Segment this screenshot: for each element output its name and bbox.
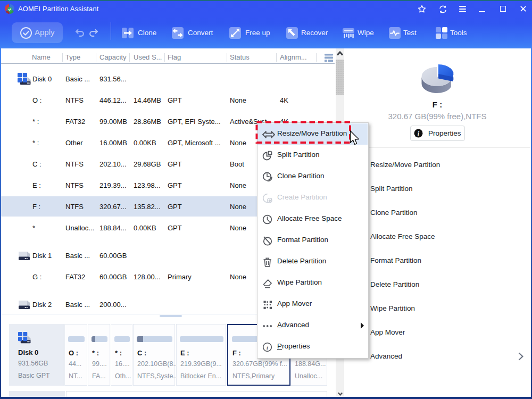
svg-text:i: i — [267, 344, 269, 351]
